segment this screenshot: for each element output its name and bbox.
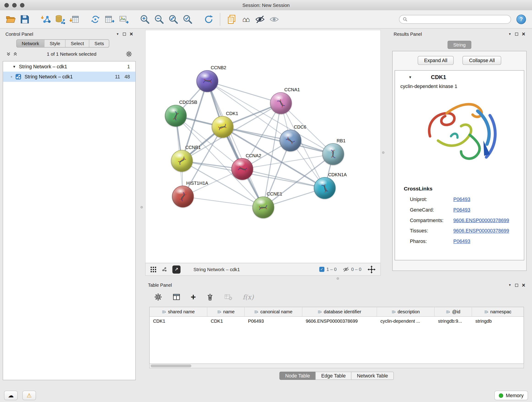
network-node-CCNB2[interactable] xyxy=(196,70,218,92)
tab-edge-table[interactable]: Edge Table xyxy=(316,372,351,380)
crosslink-link[interactable]: P06493 xyxy=(453,207,470,212)
cell-description[interactable]: cyclin-dependent ... xyxy=(377,317,435,326)
network-node-CDC6[interactable] xyxy=(279,130,301,152)
left-splitter-handle[interactable] xyxy=(140,206,143,208)
panel-close-icon[interactable]: × xyxy=(522,31,525,37)
cell-id[interactable]: stringdb:9... xyxy=(435,317,472,326)
tab-network[interactable]: Network xyxy=(17,40,44,47)
memory-button[interactable]: Memory xyxy=(494,391,528,400)
panel-maximize-icon[interactable] xyxy=(123,32,126,35)
network-node-CCNA1[interactable] xyxy=(270,92,292,114)
save-session-button[interactable] xyxy=(18,12,32,27)
cell-canonical-name[interactable]: P06493 xyxy=(245,317,302,326)
crosslink-link[interactable]: P06493 xyxy=(453,196,470,202)
network-node-CCNB1[interactable] xyxy=(171,150,193,172)
panel-close-icon[interactable]: × xyxy=(130,31,133,37)
network-collection-row[interactable]: ▼ String Network – cdk1 1 xyxy=(3,61,135,71)
results-tab-string[interactable]: String xyxy=(447,41,472,49)
zoom-out-button[interactable] xyxy=(152,12,166,27)
panel-float-icon[interactable]: ▼ xyxy=(508,283,511,287)
export-image-button[interactable] xyxy=(117,12,131,27)
network-node-CCNA2[interactable] xyxy=(231,158,253,180)
column-header[interactable]: shared name xyxy=(150,307,207,316)
crosslink-link[interactable]: 9606.ENSP00000378699 xyxy=(453,228,509,233)
network-node-HIST1H1A[interactable] xyxy=(172,186,194,207)
network-edge-CCNA2-CDKN1A[interactable] xyxy=(242,169,325,188)
network-node-RB1[interactable] xyxy=(322,143,344,165)
network-share-icon[interactable] xyxy=(161,266,167,273)
zoom-in-button[interactable] xyxy=(138,12,152,27)
table-row[interactable]: CDK1 CDK1 P06493 9606.ENSP00000378699 cy… xyxy=(150,317,524,326)
expand-all-button[interactable]: Expand All xyxy=(418,56,454,65)
warnings-button[interactable]: ⚠ xyxy=(22,391,36,400)
table-settings-gear-icon[interactable] xyxy=(154,293,162,301)
copy-document-button[interactable] xyxy=(224,12,239,27)
expand-all-chevron-icon[interactable] xyxy=(6,51,11,56)
network-node-CCNE1[interactable] xyxy=(253,196,274,218)
network-canvas[interactable]: CCNB2CCNA1CDC25BCDK1CDC6RB1CCNB1CCNA2CDK… xyxy=(145,30,381,263)
detach-view-button[interactable]: ↗ xyxy=(172,265,181,274)
gene-section-header[interactable]: ▼ CDK1 xyxy=(395,70,524,83)
toolbar-search[interactable] xyxy=(399,15,511,24)
hide-graphics-button[interactable] xyxy=(253,12,267,27)
panel-float-icon[interactable]: ▼ xyxy=(508,32,511,36)
network-options-gear-icon[interactable] xyxy=(126,51,133,57)
panel-maximize-icon[interactable] xyxy=(515,283,518,287)
tab-sets[interactable]: Sets xyxy=(89,40,109,47)
selected-checkbox-icon[interactable]: ✓ xyxy=(319,267,324,272)
pan-crosshair-icon[interactable] xyxy=(367,265,376,274)
section-expander-icon[interactable]: ▼ xyxy=(409,75,412,79)
hide-details-button[interactable]: ⌂⌂ xyxy=(239,12,253,27)
column-header[interactable]: @id xyxy=(435,307,472,316)
import-table-button[interactable] xyxy=(67,12,81,27)
crosslink-link[interactable]: 9606.ENSP00000378699 xyxy=(453,217,509,223)
column-header[interactable]: description xyxy=(377,307,435,316)
open-session-button[interactable] xyxy=(3,12,18,27)
tab-node-table[interactable]: Node Table xyxy=(279,372,316,380)
network-node-CDKN1A[interactable] xyxy=(314,177,336,199)
column-header[interactable]: namespac xyxy=(472,307,524,316)
collapse-all-chevron-icon[interactable] xyxy=(13,51,18,56)
import-network-file-button[interactable] xyxy=(39,12,53,27)
network-edge-CDK1-RB1[interactable] xyxy=(223,127,333,154)
export-table-button[interactable] xyxy=(102,12,117,27)
delete-column-trash-icon[interactable] xyxy=(206,293,214,301)
cell-namespace[interactable]: stringdb xyxy=(472,317,524,326)
search-input[interactable] xyxy=(410,16,507,22)
network-node-CDC25B[interactable] xyxy=(165,105,187,127)
cell-name[interactable]: CDK1 xyxy=(207,317,245,326)
network-edge-HIST1H1A-CCNE1[interactable] xyxy=(183,196,263,207)
table-horizontal-scrollbar[interactable] xyxy=(149,364,524,368)
tab-select[interactable]: Select xyxy=(65,40,89,47)
show-columns-icon[interactable] xyxy=(172,293,181,301)
add-column-icon[interactable]: + xyxy=(191,293,196,302)
panel-maximize-icon[interactable] xyxy=(515,32,518,35)
panel-close-icon[interactable]: × xyxy=(522,282,525,288)
cell-shared-name[interactable]: CDK1 xyxy=(150,317,207,326)
network-edge-CCNB2-CCNE1[interactable] xyxy=(207,81,263,207)
crosslink-link[interactable]: P06493 xyxy=(453,238,470,244)
network-edge-CCNB2-CCNA1[interactable] xyxy=(207,81,281,103)
delete-table-icon[interactable] xyxy=(224,293,233,301)
tab-network-table[interactable]: Network Table xyxy=(351,372,394,380)
scrollbar-thumb[interactable] xyxy=(151,365,191,367)
column-header[interactable]: name xyxy=(207,307,245,316)
tab-style[interactable]: Style xyxy=(44,40,65,47)
show-graphics-button[interactable] xyxy=(267,12,281,27)
cloud-tasks-button[interactable]: ☁ xyxy=(4,391,18,400)
network-node-CDK1[interactable] xyxy=(212,116,234,138)
right-splitter-handle[interactable] xyxy=(382,152,385,154)
column-header[interactable]: database identifier xyxy=(302,307,377,316)
tree-expander-icon[interactable]: ▼ xyxy=(13,65,16,68)
function-builder-icon[interactable]: f(x) xyxy=(243,293,254,301)
cell-database-identifier[interactable]: 9606.ENSP00000378699 xyxy=(302,317,377,326)
clone-network-button[interactable] xyxy=(88,12,102,27)
column-header[interactable]: canonical name xyxy=(245,307,302,316)
collapse-all-button[interactable]: Collapse All xyxy=(462,56,501,65)
zoom-fit-button[interactable] xyxy=(166,12,181,27)
zoom-selected-button[interactable] xyxy=(181,12,195,27)
horizontal-splitter-handle[interactable] xyxy=(336,277,339,280)
birds-eye-grid-icon[interactable] xyxy=(150,266,157,273)
network-row-selected[interactable]: ● String Network – cdk1 11 48 xyxy=(3,71,135,82)
import-network-database-button[interactable] xyxy=(53,12,67,27)
